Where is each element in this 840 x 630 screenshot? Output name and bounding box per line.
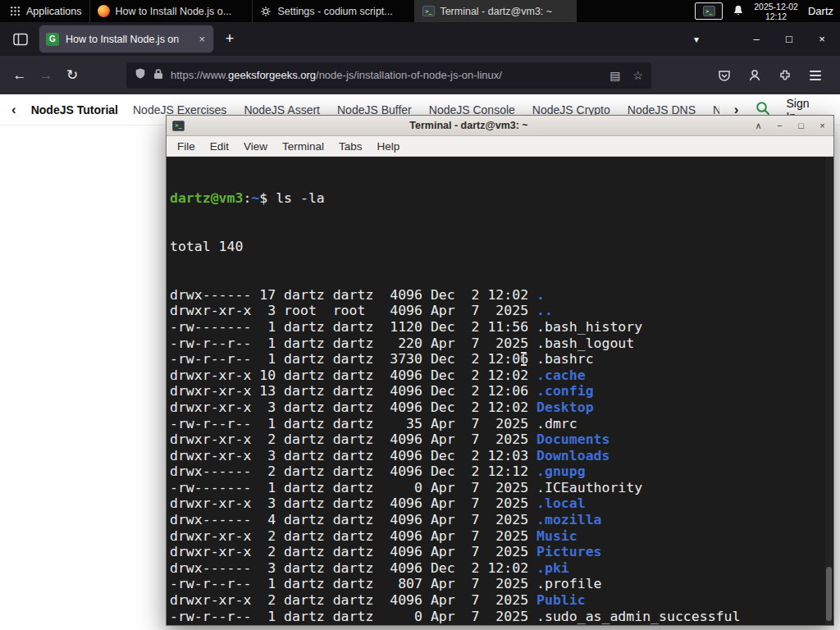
- terminal-output-line: drwx------ 3 dartz dartz 4096 Dec 2 12:0…: [170, 560, 833, 577]
- taskbar-item-title: Settings - codium script...: [277, 6, 392, 17]
- maximize-button[interactable]: □: [796, 121, 806, 130]
- terminal-output-line: -rw------- 1 dartz dartz 1120 Dec 2 11:5…: [170, 319, 833, 336]
- gear-icon: [259, 5, 272, 18]
- terminal-output-line: -rw-r--r-- 1 dartz dartz 807 Apr 7 2025 …: [170, 576, 833, 592]
- panel-clock[interactable]: 2025-12-02 12:12: [754, 2, 798, 21]
- terminal-window-title: Terminal - dartz@vm3: ~: [189, 120, 748, 131]
- minimize-button[interactable]: −: [774, 121, 785, 130]
- terminal-output-line: -rw------- 1 dartz dartz 12288 Apr 7 202…: [170, 624, 833, 625]
- menu-edit[interactable]: Edit: [203, 140, 236, 153]
- new-tab-button[interactable]: +: [218, 28, 241, 51]
- tray-terminal-icon[interactable]: >_: [695, 2, 723, 20]
- prompt-user-host: dartz@vm3: [170, 190, 243, 206]
- browser-tab-bar: G How to Install Node.js on × + ▾ – □ ×: [0, 22, 840, 56]
- browser-toolbar: ← → ↻ https://www.geeksforgeeks.org/node…: [0, 56, 840, 94]
- terminal-output-line: drwxr-xr-x 2 dartz dartz 4096 Apr 7 2025…: [170, 528, 833, 545]
- terminal-output-line: -rw------- 1 dartz dartz 0 Apr 7 2025 .I…: [170, 480, 833, 496]
- menu-help[interactable]: Help: [370, 140, 408, 153]
- top-panel: Applications How to Install Node.js o...…: [0, 0, 840, 22]
- terminal-window: >_ Terminal - dartz@vm3: ~ ∧ − □ × File …: [166, 115, 834, 626]
- terminal-output-line: -rw-r--r-- 1 dartz dartz 3730 Dec 2 12:0…: [170, 351, 833, 368]
- clock-time: 12:12: [765, 11, 787, 21]
- menu-tabs[interactable]: Tabs: [331, 140, 370, 153]
- applications-icon: [8, 5, 21, 18]
- taskbar-item-title: How to Install Node.js o...: [115, 6, 231, 17]
- terminal-output-line: drwxr-xr-x 2 dartz dartz 4096 Apr 7 2025…: [170, 592, 833, 609]
- terminal-output-line: drwxr-xr-x 10 dartz dartz 4096 Dec 2 12:…: [170, 368, 833, 384]
- window-task-list: How to Install Node.js o... Settings - c…: [89, 0, 577, 22]
- gfg-nav-active-link[interactable]: NodeJS Tutorial: [31, 103, 118, 116]
- terminal-scrollbar[interactable]: [825, 157, 833, 625]
- minimize-button[interactable]: –: [750, 33, 763, 45]
- menu-hamburger-icon[interactable]: [806, 66, 825, 85]
- pocket-icon[interactable]: [714, 66, 734, 85]
- gfg-favicon: G: [46, 33, 59, 46]
- terminal-output-line: drwxr-xr-x 3 dartz dartz 4096 Apr 7 2025…: [170, 495, 833, 512]
- url-domain: geeksforgeeks.org: [228, 69, 316, 81]
- menu-file[interactable]: File: [170, 140, 203, 153]
- tab-close-icon[interactable]: ×: [197, 33, 207, 45]
- taskbar-item-browser[interactable]: How to Install Node.js o...: [89, 0, 252, 22]
- lock-icon[interactable]: [153, 68, 163, 83]
- back-button[interactable]: ←: [7, 62, 33, 89]
- terminal-output-line: -rw-r--r-- 1 dartz dartz 220 Apr 7 2025 …: [170, 336, 833, 352]
- taskbar-item-settings[interactable]: Settings - codium script...: [252, 0, 414, 22]
- menu-terminal[interactable]: Terminal: [275, 140, 331, 153]
- toolbar-right-icons: [714, 66, 833, 85]
- notification-bell-icon[interactable]: [733, 4, 744, 19]
- list-all-tabs-icon[interactable]: ▾: [694, 34, 699, 45]
- browser-tab[interactable]: G How to Install Node.js on ×: [39, 25, 213, 52]
- url-scheme: https://www.: [171, 69, 228, 81]
- terminal-screen[interactable]: dartz@vm3:~$ ls -la total 140 drwx------…: [167, 157, 833, 625]
- terminal-icon: >_: [172, 121, 185, 131]
- extensions-icon[interactable]: [775, 66, 795, 85]
- terminal-output-line: drwxr-xr-x 3 dartz dartz 4096 Dec 2 12:0…: [170, 448, 833, 464]
- menu-view[interactable]: View: [236, 140, 275, 153]
- terminal-prompt-line: dartz@vm3:~$ ls -la: [170, 190, 833, 207]
- url-text[interactable]: https://www.geeksforgeeks.org/node-js/in…: [171, 69, 502, 81]
- scrollbar-thumb[interactable]: [826, 567, 832, 621]
- reader-mode-icon[interactable]: ▤: [609, 69, 620, 82]
- firefox-view-icon[interactable]: [8, 27, 33, 52]
- terminal-output-line: drwxr-xr-x 2 dartz dartz 4096 Apr 7 2025…: [170, 431, 833, 448]
- taskbar-item-terminal[interactable]: >_ Terminal - dartz@vm3: ~: [414, 0, 577, 22]
- logged-in-user-label: Dartz: [808, 5, 833, 17]
- terminal-output-line: drwx------ 4 dartz dartz 4096 Apr 7 2025…: [170, 512, 833, 528]
- mouse-cursor-ibeam: [520, 352, 527, 366]
- forward-button[interactable]: →: [33, 62, 59, 89]
- firefox-icon: [97, 5, 110, 18]
- applications-menu-button[interactable]: Applications: [0, 0, 89, 22]
- clock-date: 2025-12-02: [754, 2, 798, 11]
- nav-prev-icon[interactable]: ‹: [11, 103, 16, 116]
- panel-tray: >_ 2025-12-02 12:12 Dartz: [695, 0, 840, 22]
- terminal-total-line: total 140: [170, 239, 833, 255]
- terminal-output-line: drwxr-xr-x 2 dartz dartz 4096 Apr 7 2025…: [170, 544, 833, 560]
- terminal-window-controls: ∧ − □ ×: [753, 121, 828, 131]
- terminal-icon: >_: [703, 6, 715, 16]
- terminal-output-line: drwx------ 2 dartz dartz 4096 Dec 2 12:1…: [170, 463, 833, 480]
- address-bar[interactable]: https://www.geeksforgeeks.org/node-js/in…: [126, 62, 651, 89]
- desktop: Applications How to Install Node.js o...…: [0, 0, 840, 630]
- applications-label: Applications: [26, 6, 81, 17]
- shade-button[interactable]: ∧: [753, 121, 764, 131]
- prompt-cwd: ~: [251, 190, 259, 206]
- taskbar-item-title: Terminal - dartz@vm3: ~: [440, 6, 552, 17]
- terminal-icon: >_: [422, 5, 435, 18]
- window-controls: ▾ – □ ×: [694, 33, 840, 45]
- shield-icon[interactable]: [135, 67, 146, 83]
- terminal-listing: drwx------ 17 dartz dartz 4096 Dec 2 12:…: [170, 287, 833, 625]
- close-button[interactable]: ×: [815, 33, 829, 45]
- terminal-output-line: -rw-r--r-- 1 dartz dartz 0 Apr 7 2025 .s…: [170, 609, 833, 625]
- maximize-button[interactable]: □: [783, 33, 796, 45]
- urlbar-actions: ▤ ☆: [609, 69, 643, 82]
- prompt-command: $ ls -la: [259, 190, 324, 206]
- terminal-output-line: drwxr-xr-x 3 root root 4096 Apr 7 2025 .…: [170, 303, 833, 319]
- url-path: /node-js/installation-of-node-js-on-linu…: [316, 69, 502, 81]
- terminal-output-line: drwxr-xr-x 13 dartz dartz 4096 Dec 2 12:…: [170, 383, 833, 399]
- terminal-titlebar[interactable]: >_ Terminal - dartz@vm3: ~ ∧ − □ ×: [167, 116, 833, 136]
- account-icon[interactable]: [745, 66, 765, 85]
- reload-button[interactable]: ↻: [59, 62, 85, 89]
- close-button[interactable]: ×: [817, 121, 828, 130]
- terminal-output-line: drwxr-xr-x 3 dartz dartz 4096 Dec 2 12:0…: [170, 399, 833, 416]
- bookmark-star-icon[interactable]: ☆: [632, 69, 643, 82]
